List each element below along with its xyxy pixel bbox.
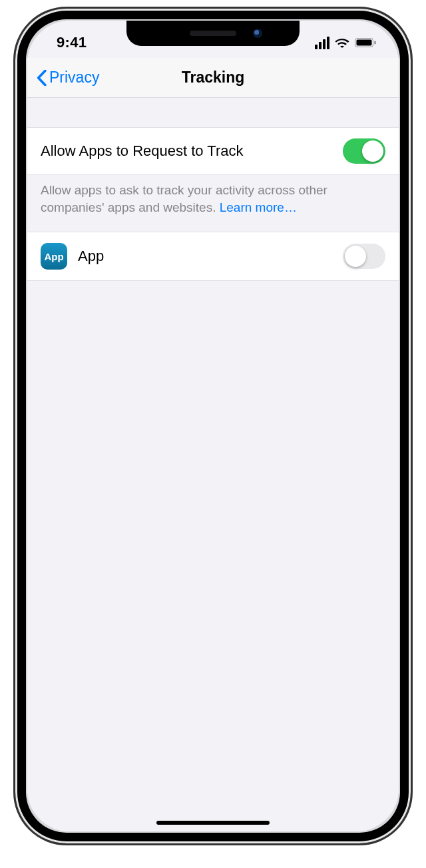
allow-tracking-footer: Allow apps to ask to track your activity… xyxy=(27,175,399,232)
allow-tracking-switch[interactable] xyxy=(343,138,385,164)
settings-content: Privacy Tracking Allow Apps to Request t… xyxy=(27,58,399,831)
status-time: 9:41 xyxy=(57,34,87,51)
app-tracking-cell: App App xyxy=(27,232,399,281)
svg-rect-1 xyxy=(357,40,372,46)
home-indicator[interactable] xyxy=(156,821,270,825)
battery-icon xyxy=(355,37,376,48)
navigation-bar: Privacy Tracking xyxy=(27,58,399,98)
allow-tracking-label: Allow Apps to Request to Track xyxy=(41,142,332,160)
app-name-label: App xyxy=(78,248,332,265)
svg-rect-2 xyxy=(375,41,376,45)
back-label: Privacy xyxy=(49,69,99,87)
app-icon: App xyxy=(41,243,67,270)
screen: 9:41 Privacy Tracking Allow Apps xyxy=(27,21,399,831)
cellular-signal-icon xyxy=(315,37,329,49)
chevron-left-icon xyxy=(37,70,47,86)
learn-more-link[interactable]: Learn more… xyxy=(220,200,297,214)
status-icons xyxy=(315,37,376,49)
allow-tracking-cell: Allow Apps to Request to Track xyxy=(27,127,399,175)
back-button[interactable]: Privacy xyxy=(37,69,99,87)
app-tracking-switch[interactable] xyxy=(343,244,385,269)
device-notch xyxy=(126,21,300,46)
wifi-icon xyxy=(335,37,349,49)
iphone-device-frame: 9:41 Privacy Tracking Allow Apps xyxy=(13,7,413,845)
